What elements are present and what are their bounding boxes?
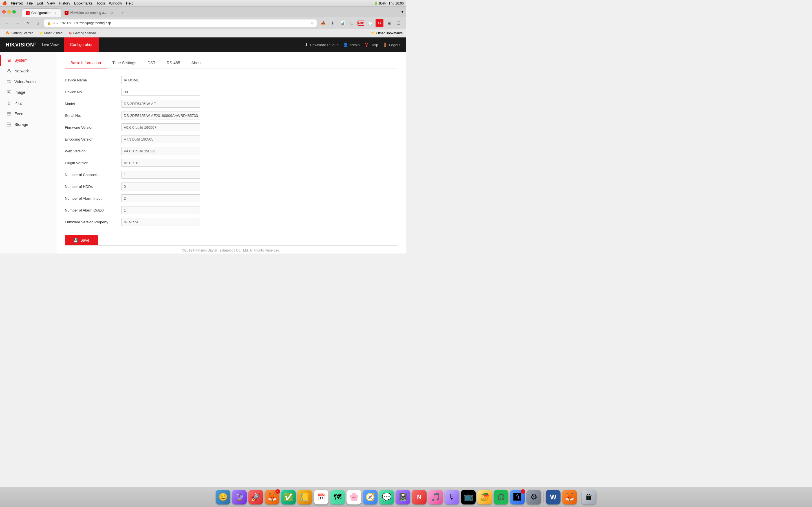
tab-about-label: About [192,61,202,65]
sidebar-item-ptz[interactable]: PTZ [0,98,56,108]
menu-file[interactable]: File [27,1,33,5]
fullscreen-window-button[interactable] [12,10,16,13]
svg-line-3 [7,70,9,72]
menu-bookmarks[interactable]: Bookmarks [74,1,93,5]
form-label: Model [65,102,121,106]
tab-basic-information[interactable]: Basic Information [65,58,107,68]
sidebar-item-network[interactable]: Network [0,66,56,76]
form-input-encoding-version [121,135,200,143]
clockwork-icon[interactable]: 🕐 [366,19,374,27]
hikvision-logo: HIKVISION® [6,42,36,48]
tab-list-button[interactable]: ▾ [402,10,403,14]
bookmarks-bar: 🔥 Getting Started ⭐ Most Visited 🔖 Getti… [0,29,406,37]
browser-chrome: H Configuration × Y Hikvision ptz moving… [0,7,406,38]
form-row: Device No. [65,87,398,97]
download-plugin-label: Download Plug-in [310,43,339,47]
bookmark-getting-started-2[interactable]: 🔖 Getting Started [66,31,98,36]
nav-live-view[interactable]: Live View [36,38,64,52]
tab-close-1[interactable]: × [53,11,57,15]
form-input-device-no.[interactable] [121,88,200,96]
video-audio-icon [6,79,11,84]
tab-title-1: Configuration [31,11,51,15]
sidebar-network-label: Network [14,69,29,73]
bookmark-icon-2: ⭐ [39,31,43,35]
form-row: Serial No. [65,111,398,120]
svg-point-1 [7,72,8,73]
tab-time-settings-label: Time Settings [112,61,136,65]
tab-configuration[interactable]: H Configuration × [22,8,61,17]
sidebar-image-label: Image [14,90,26,95]
apple-menu[interactable]: 🍎 [2,1,7,5]
home-button[interactable]: ⌂ [34,19,42,27]
tab-about[interactable]: About [186,58,207,68]
overflow-menu-icon[interactable]: ☰ [395,19,403,27]
bookmark-icon-3: 🔖 [68,31,72,35]
menu-help[interactable]: Help [126,1,134,5]
svg-rect-5 [7,80,10,83]
sidebar-item-event[interactable]: Event [0,108,56,119]
close-window-button[interactable] [2,10,6,13]
form-input-device-name[interactable] [121,76,200,84]
help-button[interactable]: ❓ Help [364,43,378,47]
logout-button[interactable]: 🚪 Logout [383,43,400,47]
star-bookmark-icon[interactable]: ☆ [310,21,314,25]
download-icon[interactable]: ⬇ [329,19,337,27]
tab-hikvision[interactable]: Y Hikvision ptz moving around ra... × [61,8,117,17]
app-name[interactable]: Firefox [11,1,23,5]
form-row: Number of Channels [65,170,398,179]
sidebar-item-system[interactable]: ⊞ System [0,55,56,66]
download-plugin-icon: ⬇ [305,43,308,47]
sidebar-toggle-icon[interactable]: ▣ [385,19,393,27]
sidebar-item-image[interactable]: Image [0,87,56,98]
sidebar-item-storage[interactable]: Storage [0,119,56,130]
other-bookmarks-label: Other Bookmarks [376,31,403,35]
tab-close-2[interactable]: × [110,10,114,15]
menu-view[interactable]: View [47,1,55,5]
form-input-web-version [121,147,200,155]
form-label: Firmware Version [65,125,121,129]
save-label: Save [80,238,89,242]
form-row: Plugin Version [65,158,398,168]
form-label: Number of Alarm Input [65,196,121,201]
form-row: Number of HDDs [65,182,398,191]
abp-icon[interactable]: ABP [357,20,364,25]
tab-time-settings[interactable]: Time Settings [107,58,142,68]
header-actions: ⬇ Download Plug-in 👤 admin ❓ Help 🚪 Logo… [305,43,400,47]
other-bookmarks[interactable]: 📁 Other Bookmarks [371,31,403,35]
synced-tabs-icon[interactable]: 📊 [338,19,346,27]
pocket-icon[interactable]: 📥 [319,19,327,27]
form-label: Web Version [65,149,121,153]
download-plugin-button[interactable]: ⬇ Download Plug-in [305,43,339,47]
tab-dst[interactable]: DST [142,58,161,68]
nav-configuration[interactable]: Configuration [64,38,99,52]
security-icon: 🔒 [47,21,51,25]
reload-button[interactable]: ↻ [24,19,32,27]
menu-history[interactable]: History [59,1,70,5]
form-label: Firmware Version Property [65,220,121,224]
address-bar-area: ← → ↻ ⌂ 🔒 ⚬→ 192.168.1.97/doc/page/confi… [0,17,406,29]
address-bar[interactable]: 🔒 ⚬→ 192.168.1.97/doc/page/config.asp ☆ [44,19,317,27]
menu-window[interactable]: Window [109,1,122,5]
form-input-number-of-hdds [121,182,200,190]
sidebar-item-video-audio[interactable]: Video/Audio [0,76,56,87]
tab-rs485[interactable]: RS-485 [161,58,186,68]
tab-dst-label: DST [147,61,155,65]
form-label: Number of Alarm Output [65,208,121,212]
menu-edit[interactable]: Edit [37,1,43,5]
forward-button[interactable]: → [13,19,21,27]
save-button[interactable]: 💾 Save [65,235,98,245]
minimize-window-button[interactable] [7,10,11,13]
reader-view-icon[interactable]: □ [348,19,356,27]
extension-icon[interactable]: ✂ [375,19,384,27]
admin-menu[interactable]: 👤 admin [343,43,359,47]
new-tab-button[interactable]: + [119,9,126,17]
tab-favicon-2: Y [64,11,68,15]
back-button[interactable]: ← [3,19,11,27]
help-icon: ❓ [364,43,369,47]
address-text[interactable]: 192.168.1.97/doc/page/config.asp [60,21,308,25]
bookmark-label-3: Getting Started [73,31,96,35]
sidebar-video-audio-label: Video/Audio [14,79,36,84]
bookmark-most-visited[interactable]: ⭐ Most Visited [37,31,65,36]
bookmark-getting-started[interactable]: 🔥 Getting Started [3,31,36,36]
menu-tools[interactable]: Tools [96,1,105,5]
